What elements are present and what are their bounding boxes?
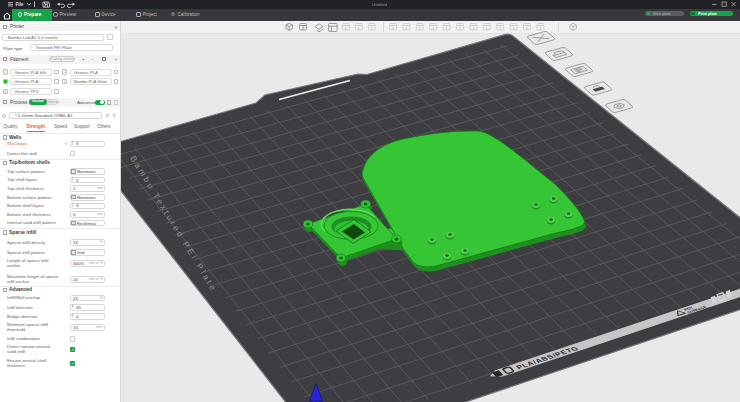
- svg-text:Untitled: Untitled: [372, 2, 387, 7]
- svg-text:File: File: [16, 2, 24, 7]
